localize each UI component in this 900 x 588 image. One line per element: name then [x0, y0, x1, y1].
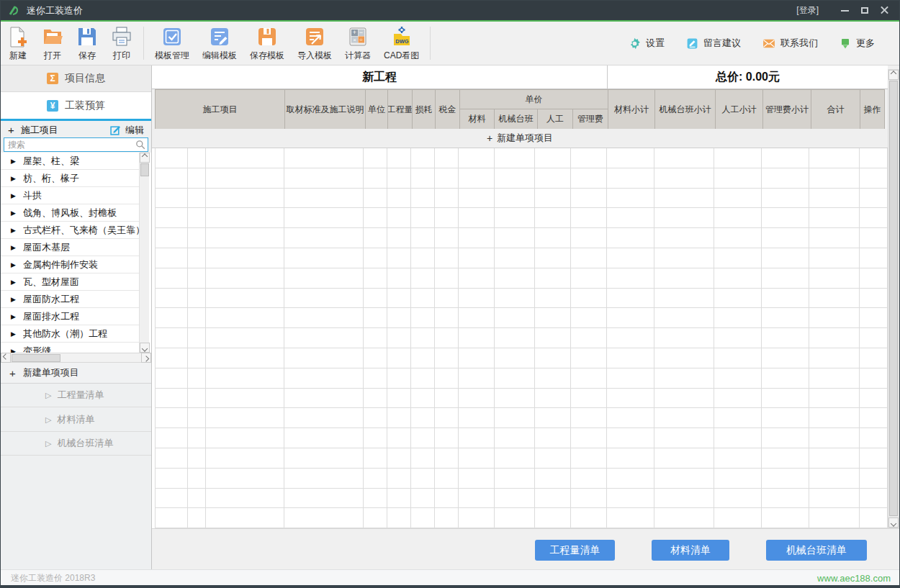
grid-cell[interactable]: [809, 348, 860, 368]
grid-cell[interactable]: [860, 148, 888, 168]
grid-cell[interactable]: [607, 328, 654, 348]
scroll-left-button[interactable]: [1, 353, 11, 363]
grid-cell[interactable]: [364, 428, 387, 448]
grid-cell[interactable]: [860, 348, 888, 368]
grid-cell[interactable]: [535, 469, 571, 489]
grid-cell[interactable]: [188, 389, 206, 409]
grid-cell[interactable]: [188, 428, 206, 448]
grid-cell[interactable]: [495, 289, 535, 309]
scroll-up-button[interactable]: [140, 153, 150, 163]
grid-cell[interactable]: [188, 328, 206, 348]
grid-cell[interactable]: [435, 448, 459, 469]
grid-cell[interactable]: [387, 168, 411, 189]
grid-cell[interactable]: [206, 389, 284, 409]
grid-cell[interactable]: [714, 248, 762, 268]
grid-cell[interactable]: [607, 368, 654, 389]
grid-cell[interactable]: [364, 168, 387, 189]
grid-cell[interactable]: [607, 168, 654, 189]
grid-cell[interactable]: [860, 168, 888, 189]
grid-cell[interactable]: [435, 268, 459, 289]
grid-cell[interactable]: [387, 389, 411, 409]
grid-cell[interactable]: [495, 208, 535, 228]
grid-cell[interactable]: [387, 469, 411, 489]
grid-cell[interactable]: [411, 148, 435, 168]
grid-cell[interactable]: [435, 208, 459, 228]
grid-cell[interactable]: [809, 489, 860, 509]
grid-cell[interactable]: [860, 208, 888, 228]
grid-cell[interactable]: [571, 448, 607, 469]
grid-cell[interactable]: [607, 489, 654, 509]
grid-cell[interactable]: [860, 508, 888, 528]
grid-cell[interactable]: [607, 408, 654, 428]
grid-cell[interactable]: [459, 189, 495, 209]
grid-cell[interactable]: [809, 428, 860, 448]
grid-cell[interactable]: [571, 469, 607, 489]
grid-cell[interactable]: [284, 368, 364, 389]
save-button[interactable]: 保存: [70, 23, 104, 64]
grid-cell[interactable]: [714, 428, 762, 448]
grid-cell[interactable]: [459, 228, 495, 248]
grid-cell[interactable]: [435, 408, 459, 428]
website-link[interactable]: www.aec188.com: [817, 573, 891, 584]
grid-cell[interactable]: [284, 208, 364, 228]
tree-item[interactable]: ▶屋面木基层: [1, 239, 139, 256]
grid-cell[interactable]: [654, 348, 714, 368]
grid-cell[interactable]: [156, 428, 188, 448]
grid-cell[interactable]: [156, 348, 188, 368]
grid-cell[interactable]: [714, 189, 762, 209]
grid-cell[interactable]: [607, 268, 654, 289]
grid-cell[interactable]: [607, 189, 654, 209]
grid-cell[interactable]: [607, 228, 654, 248]
tree-horizontal-scrollbar[interactable]: [1, 353, 151, 363]
tree-item[interactable]: ▶古式栏杆、飞来椅（吴王靠）、: [1, 222, 139, 239]
grid-cell[interactable]: [714, 268, 762, 289]
scroll-down-button[interactable]: [140, 343, 150, 353]
grid-cell[interactable]: [860, 469, 888, 489]
grid-cell[interactable]: [607, 428, 654, 448]
grid-cell[interactable]: [188, 248, 206, 268]
login-button[interactable]: [登录]: [796, 4, 819, 17]
template-save-button[interactable]: 保存模板: [243, 23, 291, 64]
grid-cell[interactable]: [435, 228, 459, 248]
grid-cell[interactable]: [762, 289, 809, 309]
grid-cell[interactable]: [411, 428, 435, 448]
tree-item[interactable]: ▶枋、桁、椽子: [1, 170, 139, 187]
grid-cell[interactable]: [571, 148, 607, 168]
grid-cell[interactable]: [809, 268, 860, 289]
grid-cell[interactable]: [206, 308, 284, 328]
grid-cell[interactable]: [188, 168, 206, 189]
grid-cell[interactable]: [435, 168, 459, 189]
grid-cell[interactable]: [435, 489, 459, 509]
grid-cell[interactable]: [435, 148, 459, 168]
grid-cell[interactable]: [654, 489, 714, 509]
grid-cell[interactable]: [411, 408, 435, 428]
grid-cell[interactable]: [535, 489, 571, 509]
grid-cell[interactable]: [762, 228, 809, 248]
grid-cell[interactable]: [459, 489, 495, 509]
grid-cell[interactable]: [860, 368, 888, 389]
grid-cell[interactable]: [411, 248, 435, 268]
grid-cell[interactable]: [284, 148, 364, 168]
grid-cell[interactable]: [206, 408, 284, 428]
grid-cell[interactable]: [535, 168, 571, 189]
grid-cell[interactable]: [809, 328, 860, 348]
grid-cell[interactable]: [535, 308, 571, 328]
grid-cell[interactable]: [206, 208, 284, 228]
grid-cell[interactable]: [495, 448, 535, 469]
new-item-project-button[interactable]: + 新建单项项目: [1, 363, 151, 384]
grid-cell[interactable]: [435, 389, 459, 409]
grid-cell[interactable]: [571, 508, 607, 528]
grid-cell[interactable]: [387, 189, 411, 209]
grid-cell[interactable]: [459, 389, 495, 409]
grid-cell[interactable]: [459, 328, 495, 348]
grid-cell[interactable]: [188, 189, 206, 209]
grid-cell[interactable]: [364, 408, 387, 428]
calculator-button[interactable]: +−×÷ 计算器: [338, 23, 377, 64]
grid-cell[interactable]: [809, 289, 860, 309]
grid-cell[interactable]: [364, 489, 387, 509]
grid-cell[interactable]: [654, 428, 714, 448]
grid-cell[interactable]: [607, 389, 654, 409]
minimize-button[interactable]: [834, 1, 855, 20]
grid-cell[interactable]: [535, 428, 571, 448]
grid-cell[interactable]: [860, 408, 888, 428]
